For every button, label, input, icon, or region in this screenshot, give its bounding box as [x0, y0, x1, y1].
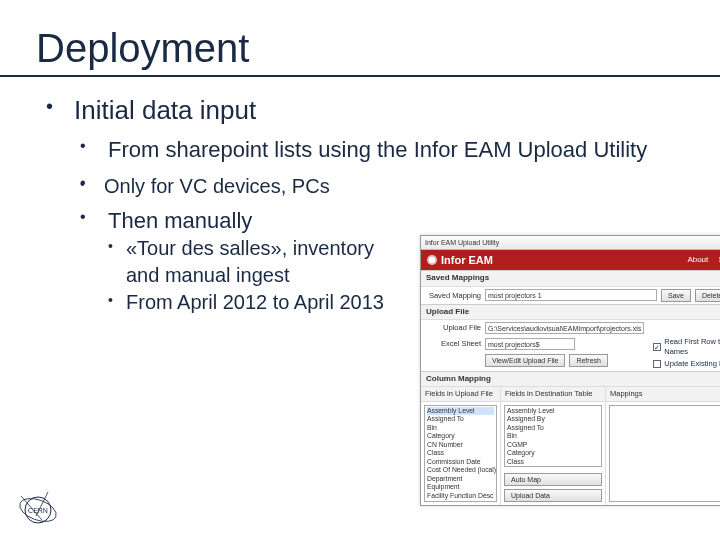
eam-brand-text: Infor EAM: [441, 253, 493, 267]
saved-mapping-select[interactable]: most projectors 1: [485, 289, 657, 301]
section-column-mapping: Column Mapping: [421, 372, 720, 387]
upload-field-item[interactable]: Commission Date: [427, 458, 494, 466]
destination-field-item[interactable]: Class: [507, 458, 599, 466]
bullet-l2-sharepoint: From sharepoint lists using the Infor EA…: [74, 136, 688, 165]
upload-field-item[interactable]: Department: [427, 475, 494, 483]
section-upload-file: Upload File: [421, 305, 720, 320]
destination-field-item[interactable]: Assembly Level: [507, 407, 599, 415]
bullet-l1: Initial data input: [74, 95, 256, 125]
slide-title: Deployment: [36, 26, 688, 71]
upload-field-item[interactable]: Assembly Level: [427, 407, 494, 415]
destination-field-item[interactable]: Category: [507, 449, 599, 457]
auto-map-button[interactable]: Auto Map: [504, 473, 602, 486]
upload-field-item[interactable]: Equipment: [427, 483, 494, 491]
destination-fields-listbox[interactable]: Assembly LevelAssigned ByAssigned ToBinC…: [504, 405, 602, 467]
upload-field-item[interactable]: Bin: [427, 424, 494, 432]
upload-field-item[interactable]: Loaned To: [427, 500, 494, 502]
view-edit-upload-button[interactable]: View/Edit Upload File: [485, 354, 565, 367]
upload-file-input[interactable]: G:\Services\audiovisual\EAMImport\projec…: [485, 322, 644, 334]
upload-field-item[interactable]: Assigned To: [427, 415, 494, 423]
upload-field-item[interactable]: Facility Function Desc: [427, 492, 494, 500]
bullet-l3-vcdevices: Only for VC devices, PCs: [74, 173, 688, 199]
excel-sheet-select[interactable]: most projectors$: [485, 338, 575, 350]
bullet-l3-dates: From April 2012 to April 2013: [108, 289, 408, 316]
saved-mapping-label: Saved Mapping: [426, 291, 481, 301]
upload-field-item[interactable]: Cost Of Needed (local): [427, 466, 494, 474]
section-saved-mappings: Saved Mappings: [421, 271, 720, 286]
window-titlebar: Infor EAM Upload Utility – □ ✕: [421, 236, 720, 250]
svg-text:CERN: CERN: [28, 507, 48, 514]
read-first-row-checkbox[interactable]: ✓ Read First Row to Field Names: [653, 337, 720, 357]
upload-data-button[interactable]: Upload Data: [504, 489, 602, 502]
destination-field-item[interactable]: Assigned To: [507, 424, 599, 432]
window-title-text: Infor EAM Upload Utility: [425, 238, 499, 247]
update-existing-checkbox[interactable]: Update Existing Records: [653, 359, 720, 369]
upload-field-item[interactable]: Class: [427, 449, 494, 457]
upload-file-label: Upload File: [426, 323, 481, 333]
col-head-mappings: Mappings: [610, 389, 643, 399]
delete-button[interactable]: Delete: [695, 289, 720, 302]
infor-brandmark-icon: [427, 255, 437, 265]
bullet-l3-tour: «Tour des salles», inventory and manual …: [108, 235, 408, 289]
eam-header-bar: Infor EAM About Setup Exit: [421, 250, 720, 270]
upload-field-item[interactable]: Category: [427, 432, 494, 440]
upload-field-item[interactable]: CN Number: [427, 441, 494, 449]
destination-field-item[interactable]: CGMP: [507, 441, 599, 449]
upload-fields-listbox[interactable]: Assembly LevelAssigned ToBinCategoryCN N…: [424, 405, 497, 502]
menu-about[interactable]: About: [687, 255, 708, 264]
destination-field-item[interactable]: Assigned By: [507, 415, 599, 423]
destination-field-item[interactable]: Bin: [507, 432, 599, 440]
eam-upload-utility-window: Infor EAM Upload Utility – □ ✕: [420, 235, 720, 506]
cern-logo-icon: CERN: [18, 490, 58, 530]
save-button[interactable]: Save: [661, 289, 691, 302]
bullet-l2-manual: Then manually: [108, 208, 252, 233]
mappings-listbox[interactable]: [609, 405, 720, 502]
destination-field-item[interactable]: Commission Date: [507, 466, 599, 467]
title-divider: [0, 75, 720, 77]
col-head-dest-fields: Fields in Destination Table: [501, 387, 605, 402]
col-head-upload-fields: Fields in Upload File: [421, 387, 500, 402]
refresh-button[interactable]: Refresh: [569, 354, 608, 367]
excel-sheet-label: Excel Sheet: [426, 339, 481, 349]
